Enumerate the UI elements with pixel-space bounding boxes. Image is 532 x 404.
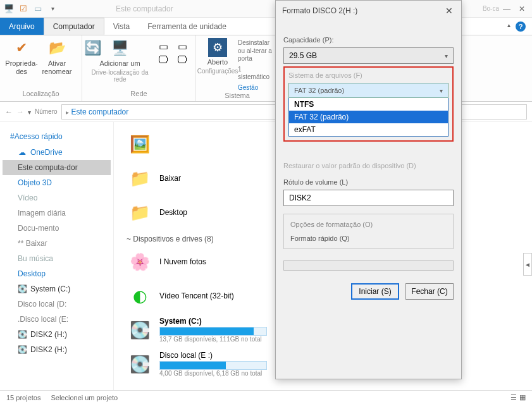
history-dropdown-icon[interactable] [28,107,31,116]
item-label: Vídeo Tencent (32-bit) [159,291,234,300]
gestao-link[interactable]: Gestão [238,84,272,92]
drive3-icon: 💽 [18,345,27,354]
disk2-label: DISK2 (H:) [30,330,67,339]
drive-c-name: System (C:) [159,317,267,326]
volume-value: DISK2 [289,193,311,202]
fs-select[interactable]: FAT 32 (padrão) [288,83,448,98]
up-button[interactable]: Número [35,108,58,115]
properties-label: Proprieda-des [5,59,37,75]
sidebar-item-7[interactable]: 💽System (C:) [3,281,111,297]
chevron-down-icon [440,87,443,94]
filesystem-highlight: Sistema de arquivos (F) FAT 32 (padrão) … [283,66,454,142]
sidebar-item-8[interactable]: Disco local (D: [3,297,111,312]
tiles-view-icon[interactable]: ▦ [519,393,526,401]
open-system-button[interactable]: ⚙ Aberto Configurações [202,38,233,75]
folder-desktop-icon: 📁 [127,199,153,226]
options-label: Opções de formatação (O) [290,221,447,228]
progress-bar [283,260,454,271]
drive-icon: 💽 [18,285,27,293]
close-dialog-button[interactable]: Fechar (C) [405,283,454,300]
volume-label-input[interactable]: DISK2 [283,190,454,206]
status-item-count: 15 projetos [6,394,40,401]
check-icon: ✔ [11,38,32,58]
sidebar-onedrive[interactable]: ☁OneDrive [3,145,111,160]
minimize-button[interactable]: — [499,1,514,16]
open-rename-button[interactable]: 📂 Ativar renomear [42,38,72,75]
back-button[interactable]: ← [5,107,13,116]
media-icon[interactable]: ▭ [156,40,170,52]
sidebar-item-9[interactable]: .Disco local (E: [3,312,111,327]
sidebar-this-pc[interactable]: Este computa-dor [3,160,111,175]
open-rename-label: Ativar renomear [42,59,72,75]
collapse-ribbon-icon[interactable] [507,22,510,31]
chevron-down-icon [445,51,448,60]
tab-file[interactable]: Arquivo [0,18,44,35]
sidebar-item-10[interactable]: 💽DISK2 (H:) [3,327,111,342]
sidebar-item-3[interactable]: Docu-mento [3,221,111,236]
cfg-label: Configurações [197,68,238,75]
cloud-icon: ☁ [18,148,27,157]
monitor3-icon[interactable]: 🖵 [175,54,189,66]
sidebar-item-5[interactable]: Bu música [3,251,111,266]
quick-access-header[interactable]: #Acesso rápido [3,128,111,145]
quick-format-checkbox[interactable]: Formato rápido (Q) [290,235,447,242]
dialog-close-button[interactable]: ✕ [443,5,455,16]
close-button[interactable]: ✕ [514,1,529,16]
dialog-titlebar: Formato DISCO 2(H :) ✕ [276,1,461,21]
window-title: Este computador [116,4,173,13]
fs-option-fat32[interactable]: FAT 32 (padrão) [289,111,448,123]
folder-label: Baixar [159,174,181,183]
gear-block-icon: ⚙ [208,38,227,57]
document-icon[interactable]: ▭ [32,3,44,15]
status-selected: Selecionei um projeto [51,394,118,401]
thispc-label: Este computa-dor [18,163,78,172]
folder-download-icon: 📁 [127,165,153,192]
forward-button[interactable]: → [16,107,24,116]
fs-option-ntfs[interactable]: NTFS [289,98,448,111]
drive-e-bar [159,361,267,370]
onedrive-label: OneDrive [30,148,63,157]
restore-defaults-button[interactable]: Restaurar o valor padrão do dispositivo … [283,162,454,169]
checkbox-icon[interactable]: ☑ [17,3,30,15]
media2-icon[interactable]: ▭ [175,40,189,52]
fs-option-exfat[interactable]: exFAT [289,123,448,136]
sidebar-item-0[interactable]: Objeto 3D [3,175,111,190]
fs-dropdown-list: NTFS FAT 32 (padrão) exFAT [288,98,448,137]
drive-e-name: Disco local (E :) [159,351,267,360]
dialog-title: Formato DISCO 2(H :) [282,6,357,15]
start-button[interactable]: Iniciar (S) [351,283,399,300]
systematic-link[interactable]: 1 sistemático [238,66,272,82]
drive-c-label: System (C:) [30,285,70,293]
devices-header-text: Dispositivos e drives (8) [133,235,213,243]
sidebar-item-6[interactable]: Desktop [3,266,111,281]
sidebar-item-11[interactable]: 💽DISK2 (H:) [3,342,111,357]
help-icon[interactable]: ? [516,21,526,32]
drive2-icon: 💽 [18,330,27,339]
sidebar-item-1[interactable]: Vídeo [3,190,111,205]
status-bar: 15 projetos Selecionei um projeto ☰ ▦ [0,390,532,404]
preview-pane-toggle[interactable]: ◄ [523,253,532,276]
tab-view[interactable]: Vista [104,18,139,35]
tab-computer[interactable]: Computador [44,18,104,35]
map-drive-button[interactable]: 🖥️ Adicionar um Drive-localização da red… [89,38,151,83]
sidebar-item-2[interactable]: Imagem diária [3,205,111,221]
drive-c-icon: 💽 [127,317,153,343]
fs-label: Sistema de arquivos (F) [288,71,448,79]
quick-access-toolbar: 🖥️ ☑ ▭ [3,3,59,15]
qat-dropdown-icon[interactable] [46,3,59,15]
details-view-icon[interactable]: ☰ [510,393,517,401]
format-dialog: Formato DISCO 2(H :) ✕ Capacidade (P): 2… [275,0,462,379]
capacity-select[interactable]: 29.5 GB [283,47,454,64]
folder-label: Desktop [159,208,187,217]
properties-button[interactable]: ✔ Proprieda-des [6,38,37,75]
drive-c-bar [159,327,267,336]
item-label: I Nuvem fotos [159,257,206,266]
uninstall-link[interactable]: Desinstalar ou al-terar a porta [238,39,272,63]
disk2b-label: DISK2 (H:) [30,345,67,354]
tencent-icon: ◐ [127,283,153,309]
monitor-icon[interactable]: 🖥️ [3,3,15,15]
sidebar-item-4[interactable]: ** Baixar [3,236,111,251]
tab-drive-tools[interactable]: Ferramenta de unidade [139,18,235,35]
monitor2-icon[interactable]: 🖵 [156,54,170,66]
fs-value: FAT 32 (padrão) [294,87,344,94]
